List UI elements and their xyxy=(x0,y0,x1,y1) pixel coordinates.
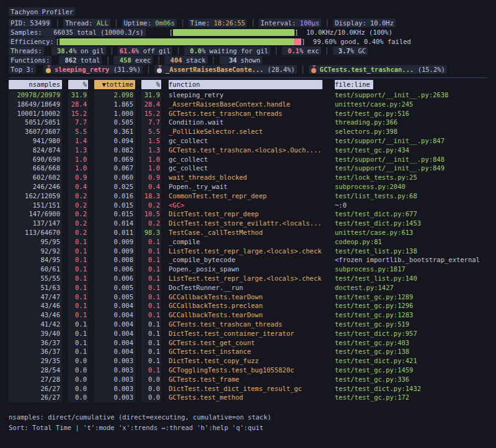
tottime-cell: 0.015 xyxy=(94,209,135,219)
samples-rate: 10.0KHz/10.0KHz (100%) xyxy=(298,29,392,36)
direct-pct-cell: 0.0 xyxy=(68,384,88,393)
function-cell: gc_collect xyxy=(169,155,322,164)
table-row: 26/270.00.0030.0GCTests.test_methodtest/… xyxy=(9,393,487,402)
nsamples-cell: 39/40 xyxy=(9,329,62,338)
nsamples-cell: 84/95 xyxy=(9,255,62,265)
nsamples-cell: 5051/5051 xyxy=(9,118,62,127)
top3-percent: (31.9%) xyxy=(109,66,141,73)
silver-medal-icon xyxy=(157,65,162,73)
table-row: 27/280.00.0030.0GCTests.test_frametest/t… xyxy=(9,375,487,384)
direct-pct-cell: 0.1 xyxy=(68,310,88,320)
cumulative-pct-cell: 0.1 xyxy=(141,247,161,256)
file-line-cell: test/test_gc.py:434 xyxy=(335,146,487,155)
separator: │ xyxy=(177,19,188,27)
separator: │ xyxy=(110,19,122,27)
column-header-tottime-sorted[interactable]: ▼tottime xyxy=(94,80,135,89)
function-cell: DocTestRunner.__run xyxy=(169,283,322,292)
file-line-cell: test/test_gc.py:403 xyxy=(335,338,487,348)
function-cell: DictTest.test_container_iterator xyxy=(169,329,322,338)
threads-unit: % exc xyxy=(299,47,319,55)
direct-pct-cell: 0.2 xyxy=(68,191,88,201)
function-cell: GCTogglingTests.test_bug1055820c xyxy=(169,366,322,375)
file-line-cell: test/test_gc.py:1296 xyxy=(335,301,487,310)
direct-pct-cell: 1.4 xyxy=(68,136,88,146)
file-line-cell: ~:0 xyxy=(335,201,487,210)
file-line-cell: test/support/__init__.py:2638 xyxy=(335,90,487,100)
column-header-file-line[interactable]: file:line xyxy=(335,80,373,89)
status-value: 0m06s xyxy=(155,19,175,27)
top3-percent: (28.4%) xyxy=(264,66,295,73)
cumulative-pct-cell: 0.1 xyxy=(141,237,161,247)
tottime-cell: 0.016 xyxy=(94,191,135,201)
status-label: Thread: xyxy=(65,19,97,27)
file-line-cell: test/list_tests.py:68 xyxy=(335,191,487,201)
nsamples-cell: 602/602 xyxy=(9,173,62,182)
top3-label: Top 3: xyxy=(9,65,36,74)
cumulative-pct-cell: 15.2 xyxy=(141,109,161,118)
function-cell: _PollLikeSelector.select xyxy=(169,127,322,136)
nsamples-cell: 36/37 xyxy=(9,338,62,348)
table-row: 43/460.10.0040.1GCCallbackTests.preclean… xyxy=(9,301,487,310)
direct-pct-cell: 0.2 xyxy=(68,209,88,219)
functions-line: Functions: 862 total │ 458 exec │ 404 st… xyxy=(9,56,487,65)
separator: │ xyxy=(270,47,282,55)
samples-label: Samples: xyxy=(9,28,44,37)
bronze-medal-icon xyxy=(311,65,317,73)
functions-value: 34 xyxy=(221,56,237,64)
nsamples-cell: 26/27 xyxy=(9,384,62,393)
column-header-direct-pct[interactable]: % xyxy=(68,80,88,89)
separator: │ xyxy=(102,56,113,64)
nsamples-cell: 941/980 xyxy=(9,136,62,146)
tottime-cell: 0.069 xyxy=(94,155,135,164)
status-value: 10.0Hz xyxy=(370,19,394,27)
function-cell: CommonTest.test_repr_deep xyxy=(169,191,322,201)
column-header-cumulative-pct[interactable]: % xyxy=(141,80,161,89)
efficiency-summary: 99.60% good, 0.40% failed xyxy=(305,38,411,45)
table-row: 113/646700.20.01198.3TestCase._callTestM… xyxy=(9,228,487,237)
function-cell: sleeping_retry xyxy=(169,90,322,100)
function-cell: GCCallbackTests.preclean xyxy=(169,301,322,310)
direct-pct-cell: 0.1 xyxy=(68,292,88,302)
function-cell: Popen._posix_spawn xyxy=(169,265,322,274)
cumulative-pct-cell: 1.5 xyxy=(141,136,161,146)
direct-pct-cell: 0.1 xyxy=(68,255,88,265)
file-line-cell: test/test_gc.py:1459 xyxy=(335,366,487,375)
direct-pct-cell: 0.4 xyxy=(68,182,88,191)
nsamples-cell: 41/42 xyxy=(9,320,62,329)
column-header-nsamples[interactable]: nsamples xyxy=(9,80,62,89)
tottime-cell: 0.008 xyxy=(94,255,135,265)
cumulative-pct-cell: 0.9 xyxy=(141,173,161,182)
status-uptime-badge: Uptime: 0m06s xyxy=(122,19,177,27)
function-cell: wait_threads_blocked xyxy=(169,173,322,182)
nsamples-cell: 690/690 xyxy=(9,155,62,164)
function-cell: GCTests.test_instance xyxy=(169,347,322,356)
function-cell: gc_collect xyxy=(169,164,322,173)
file-line-cell: test/test_list.py:140 xyxy=(335,274,487,283)
cumulative-pct-cell: 98.3 xyxy=(141,228,161,237)
nsamples-cell: 824/874 xyxy=(9,146,62,155)
tottime-cell: 0.361 xyxy=(94,127,135,136)
file-line-cell: selectors.py:398 xyxy=(335,127,487,136)
table-row: 162/120590.20.01618.3CommonTest.test_rep… xyxy=(9,191,487,201)
tottime-cell: 0.004 xyxy=(94,301,135,310)
nsamples-cell: 28/54 xyxy=(9,366,62,375)
efficiency-label: Efficiency: xyxy=(9,37,56,46)
status-display-badge: Display: 10.0Hz xyxy=(333,19,396,27)
top3-function-name: _AssertRaisesBaseConte... xyxy=(166,66,264,73)
table-row: 39/400.10.0040.1DictTest.test_container_… xyxy=(9,329,487,338)
column-header-function[interactable]: function xyxy=(169,80,322,89)
cumulative-pct-cell: 0.2 xyxy=(141,201,161,210)
direct-pct-cell: 0.0 xyxy=(68,356,88,366)
status-label: Interval: xyxy=(260,19,299,27)
direct-pct-cell: 0.0 xyxy=(68,366,88,375)
cumulative-pct-cell: 0.0 xyxy=(141,384,161,393)
direct-pct-cell: 1.0 xyxy=(68,164,88,173)
cumulative-pct-cell: 1.0 xyxy=(141,155,161,164)
nsamples-cell: 26/27 xyxy=(9,393,62,402)
file-line-cell: test/support/__init__.py:847 xyxy=(335,136,487,146)
function-cell: GCTests.test_trashcan_threads xyxy=(169,109,322,118)
cumulative-pct-cell: 0.1 xyxy=(141,292,161,302)
table-row: 18649/1864928.41.86528.4_AssertRaisesBas… xyxy=(9,100,487,109)
separator: │ xyxy=(143,66,154,73)
samples-progress-bar xyxy=(173,29,294,36)
